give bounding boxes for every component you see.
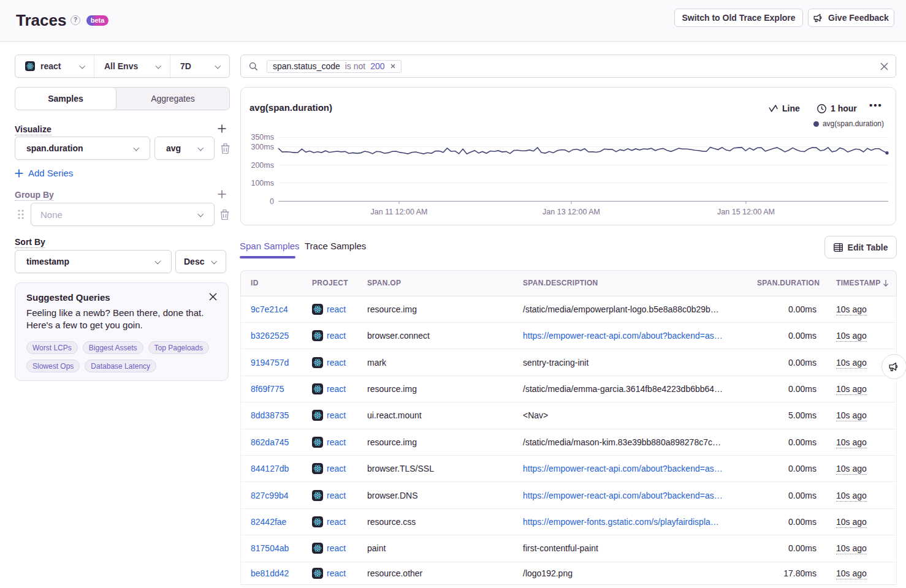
- svg-text:100ms: 100ms: [251, 179, 274, 187]
- svg-text:Jan 13 12:00 AM: Jan 13 12:00 AM: [542, 208, 600, 216]
- svg-text:350ms: 350ms: [251, 133, 274, 141]
- svg-text:300ms: 300ms: [251, 143, 274, 151]
- svg-text:Jan 11 12:00 AM: Jan 11 12:00 AM: [371, 208, 428, 216]
- svg-text:Jan 15 12:00 AM: Jan 15 12:00 AM: [717, 208, 775, 216]
- svg-text:0: 0: [270, 197, 274, 206]
- svg-text:200ms: 200ms: [251, 161, 274, 170]
